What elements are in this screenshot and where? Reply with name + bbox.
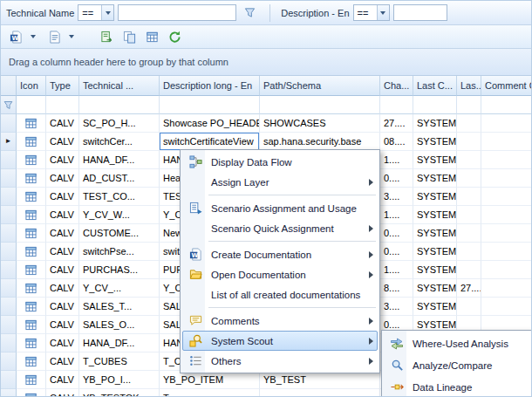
cell-last[interactable] [457, 206, 481, 224]
cell-comment[interactable] [481, 298, 531, 316]
cell-technical[interactable]: TEST_CO... [79, 188, 160, 206]
filter-cell-path-schema[interactable] [260, 96, 380, 114]
cell-type[interactable]: CALV [46, 334, 79, 353]
cell-changed[interactable]: 8.... [380, 279, 413, 298]
description-en-operator-dropdown[interactable] [377, 5, 389, 20]
technical-name-operator-select[interactable]: == [78, 4, 114, 21]
cell-changed[interactable]: 1.... [380, 261, 413, 279]
column-header-las[interactable]: Las... [457, 76, 481, 96]
cell-technical[interactable]: HANA_DF... [79, 151, 160, 169]
menu-item-scenario-assignment-and-usage[interactable]: Scenario Assignment and Usage [182, 198, 378, 218]
cell-type[interactable]: CALV [46, 371, 79, 389]
menu-item-others[interactable]: Others [182, 351, 378, 371]
cell-last[interactable] [457, 133, 481, 151]
cell-icon[interactable] [17, 151, 46, 169]
cell-icon[interactable] [17, 334, 46, 353]
cell-type[interactable]: CALV [46, 133, 79, 151]
menu-item-analyze-compare[interactable]: Analyze/Compare [384, 354, 529, 376]
cell-technical[interactable]: HANA_DF... [79, 334, 160, 353]
menu-item-open-documentation[interactable]: Open Documentation [182, 264, 378, 284]
cell-icon[interactable] [17, 279, 46, 298]
cell-technical[interactable]: switchCer... [79, 133, 160, 151]
cell-last_changed[interactable]: SYSTEM [413, 224, 457, 243]
cell-last[interactable] [457, 169, 481, 188]
cell-technical[interactable]: YB_PO_I... [79, 371, 160, 389]
cell-comment[interactable] [481, 279, 531, 298]
cell-technical[interactable]: switchPse... [79, 243, 160, 261]
menu-item-comments[interactable]: Comments [182, 311, 378, 331]
cell-type[interactable]: CALV [46, 389, 79, 397]
cell-technical[interactable]: YB_TESTOK... [79, 389, 160, 397]
filter-cell-icon[interactable] [17, 96, 46, 114]
column-header-last-c[interactable]: Last C... [413, 76, 457, 96]
cell-comment[interactable] [481, 243, 531, 261]
cell-icon[interactable] [17, 389, 46, 397]
cell-last[interactable] [457, 188, 481, 206]
filter-cell-technical[interactable] [79, 96, 160, 114]
cell-path[interactable]: YB_TEST [260, 371, 380, 389]
cell-last_changed[interactable]: SYSTEM [413, 133, 457, 151]
technical-name-operator-dropdown[interactable] [101, 5, 113, 20]
cell-changed[interactable]: 3.... [380, 188, 413, 206]
cell-icon[interactable] [17, 371, 46, 389]
cell-technical[interactable]: SALES_O... [79, 316, 160, 334]
cell-icon[interactable] [17, 316, 46, 334]
cell-technical[interactable]: CUSTOME... [79, 224, 160, 243]
cell-changed[interactable]: 1.... [380, 206, 413, 224]
cell-icon[interactable] [17, 114, 46, 133]
menu-item-data-lineage[interactable]: Data Lineage [384, 376, 529, 397]
description-en-filter-input[interactable] [393, 4, 447, 21]
cell-changed[interactable]: 08.... [380, 133, 413, 151]
cell-type[interactable]: CALV [46, 169, 79, 188]
cell-type[interactable]: CALV [46, 353, 79, 371]
cell-type[interactable]: CALV [46, 261, 79, 279]
cell-comment[interactable] [481, 169, 531, 188]
toolbar-copy-button[interactable] [119, 27, 140, 46]
cell-description[interactable]: YB_PO_ITEM [160, 371, 260, 389]
column-header-type[interactable]: Type [46, 76, 79, 96]
column-header-technical[interactable]: Technical ... [79, 76, 160, 96]
cell-changed[interactable]: 0.... [380, 243, 413, 261]
cell-description[interactable]: Showcase PO_HEADER [160, 114, 260, 133]
menu-item-display-data-flow[interactable]: Display Data Flow [182, 152, 378, 172]
cell-type[interactable]: CALV [46, 151, 79, 169]
cell-technical[interactable]: T_CUBES [79, 353, 160, 371]
cell-description[interactable]: Te... [160, 389, 260, 397]
filter-cell-cha[interactable] [380, 96, 413, 114]
filter-options-button[interactable] [240, 4, 259, 22]
filter-cell-last-c[interactable] [413, 96, 457, 114]
cell-last[interactable] [457, 243, 481, 261]
toolbar-word-documentation-button[interactable]: W [5, 27, 26, 46]
toolbar-copy-grid-button[interactable] [141, 27, 162, 46]
cell-type[interactable]: CALV [46, 224, 79, 243]
cell-path[interactable] [260, 389, 380, 397]
cell-comment[interactable] [481, 261, 531, 279]
column-header-cha[interactable]: Cha... [380, 76, 413, 96]
cell-icon[interactable] [17, 353, 46, 371]
cell-last_changed[interactable]: SYSTEM [413, 114, 457, 133]
cell-last_changed[interactable]: SYSTEM [413, 243, 457, 261]
cell-comment[interactable] [481, 133, 531, 151]
filter-cell-las[interactable] [457, 96, 481, 114]
toolbar-export-button[interactable] [96, 27, 117, 46]
filter-cell-type[interactable] [46, 96, 79, 114]
toolbar-word-documentation-dropdown[interactable] [28, 27, 38, 46]
cell-comment[interactable] [481, 188, 531, 206]
cell-last_changed[interactable]: SYSTEM [413, 169, 457, 188]
filter-cell-comment-con[interactable] [481, 96, 532, 114]
cell-last[interactable] [457, 261, 481, 279]
cell-path[interactable]: sap.hana.security.base [260, 133, 380, 151]
toolbar-refresh-button[interactable] [164, 27, 185, 46]
cell-changed[interactable]: 0.... [380, 169, 413, 188]
toolbar-document-template-button[interactable] [44, 27, 65, 46]
cell-last[interactable] [457, 298, 481, 316]
menu-item-where-used-analysis[interactable]: Where-Used Analysis [384, 332, 529, 354]
cell-type[interactable]: CALV [46, 316, 79, 334]
cell-last[interactable] [457, 114, 481, 133]
cell-type[interactable]: CALV [46, 279, 79, 298]
cell-changed[interactable]: 0.... [380, 224, 413, 243]
table-row[interactable]: ►CALVswitchCer...switchCertificateViewsa… [1, 133, 531, 151]
filter-cell-description-long-en[interactable] [160, 96, 260, 114]
cell-last[interactable] [457, 151, 481, 169]
column-header-icon[interactable]: Icon [17, 76, 46, 96]
